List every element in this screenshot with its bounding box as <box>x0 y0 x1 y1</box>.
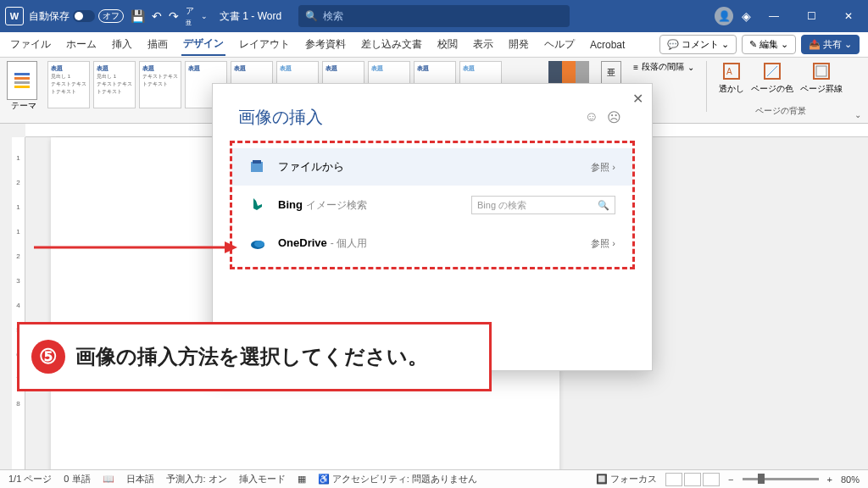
tab-design[interactable]: デザイン <box>181 33 225 56</box>
user-name[interactable] <box>659 10 706 23</box>
svg-marker-10 <box>225 241 237 253</box>
annotation-callout: ⑤ 画像の挿入方法を選択してください。 <box>17 322 492 391</box>
search-input[interactable]: 🔍 検索 <box>298 5 570 27</box>
share-button[interactable]: 📤 共有 ⌄ <box>801 35 860 54</box>
view-web-button[interactable] <box>703 473 720 486</box>
collapse-ribbon-icon[interactable]: ⌄ <box>854 110 861 119</box>
redo-icon[interactable]: ↷ <box>169 9 179 23</box>
autosave-state: オフ <box>98 9 124 23</box>
spacing-icon: ≡ <box>633 63 638 72</box>
option-onedrive[interactable]: OneDrive - 個人用 参照 › <box>232 225 632 262</box>
titlebar: W 自動保存 オフ 💾 ↶ ↷ ア亜 ⌄ 文書 1 - Word 🔍 検索 👤 … <box>0 0 868 32</box>
callout-text: 画像の挿入方法を選択してください。 <box>75 343 428 369</box>
paragraph-spacing-button[interactable]: ≡ 段落の間隔 ⌄ <box>633 61 694 73</box>
svg-rect-6 <box>253 160 261 164</box>
toggle-off-icon[interactable] <box>73 10 95 22</box>
page-color-button[interactable]: ページの色 <box>751 61 793 95</box>
zoom-in-button[interactable]: + <box>827 474 832 485</box>
bing-icon <box>249 197 266 214</box>
browse-action[interactable]: 参照 › <box>591 237 615 250</box>
sad-face-icon[interactable]: ☹ <box>607 109 621 125</box>
diamond-icon[interactable]: ◈ <box>742 9 751 23</box>
search-icon: 🔍 <box>305 10 318 22</box>
file-icon <box>249 158 266 175</box>
zoom-out-button[interactable]: − <box>728 474 733 485</box>
option-label: ファイルから <box>278 159 344 175</box>
close-button[interactable]: ✕ <box>834 0 863 32</box>
page-background-group-label: ページの背景 <box>719 105 843 117</box>
style-thumb[interactable]: 表題テキストテキストテキスト <box>139 61 181 108</box>
bing-placeholder: Bing の検索 <box>477 199 526 212</box>
tab-acrobat[interactable]: Acrobat <box>588 36 626 54</box>
annotation-arrow-icon <box>34 239 237 256</box>
theme-button[interactable] <box>7 61 37 100</box>
zoom-slider[interactable] <box>743 478 819 480</box>
chevron-right-icon: › <box>612 238 615 248</box>
option-from-file[interactable]: ファイルから 参照 › <box>232 148 632 186</box>
maximize-button[interactable]: ☐ <box>797 0 826 32</box>
insert-mode[interactable]: 挿入モード <box>239 473 286 485</box>
word-count[interactable]: 0 単語 <box>64 473 90 485</box>
vertical-ruler[interactable]: 121 123 456 78 <box>12 137 25 471</box>
dialog-close-button[interactable]: ✕ <box>632 91 643 107</box>
autosave-label: 自動保存 <box>29 9 70 24</box>
chevron-right-icon: › <box>612 162 615 172</box>
zoom-level[interactable]: 80% <box>841 474 860 485</box>
tab-file[interactable]: ファイル <box>8 34 53 55</box>
svg-text:A: A <box>726 67 732 76</box>
ribbon-tabs: ファイル ホーム 挿入 描画 デザイン レイアウト 参考資料 差し込み文書 校閲… <box>0 32 868 58</box>
tab-references[interactable]: 参考資料 <box>303 34 348 55</box>
save-icon[interactable]: 💾 <box>131 9 145 23</box>
tab-home[interactable]: ホーム <box>64 34 98 55</box>
view-buttons <box>665 473 720 486</box>
paragraph-spacing-label: 段落の間隔 <box>642 61 684 73</box>
option-label: OneDrive - 個人用 <box>278 236 367 251</box>
minimize-button[interactable]: — <box>760 0 788 32</box>
tab-help[interactable]: ヘルプ <box>542 34 576 55</box>
focus-mode[interactable]: 🔲 フォーカス <box>596 473 657 485</box>
tab-view[interactable]: 表示 <box>471 34 495 55</box>
svg-rect-4 <box>816 66 826 76</box>
style-thumb[interactable]: 表題見出し 1テキストテキストテキスト <box>93 61 136 108</box>
bing-search-input[interactable]: Bing の検索 🔍 <box>471 196 615 214</box>
comment-button[interactable]: 💬 コメント ⌄ <box>659 35 737 54</box>
quick-access-toolbar: 💾 ↶ ↷ ア亜 ⌄ <box>131 5 208 27</box>
search-icon: 🔍 <box>598 200 609 211</box>
page-indicator[interactable]: 1/1 ページ <box>8 473 52 485</box>
spellcheck-icon[interactable]: 📖 <box>103 474 114 485</box>
tab-insert[interactable]: 挿入 <box>110 34 134 55</box>
page-border-button[interactable]: ページ罫線 <box>800 61 843 95</box>
step-number-badge: ⑤ <box>31 340 65 374</box>
view-print-button[interactable] <box>684 473 701 486</box>
watermark-button[interactable]: A 透かし <box>719 61 744 95</box>
tab-mailings[interactable]: 差し込み文書 <box>359 34 424 55</box>
macro-icon[interactable]: ▦ <box>298 474 306 485</box>
language-indicator[interactable]: 日本語 <box>126 473 154 485</box>
browse-action[interactable]: 参照 › <box>591 161 615 174</box>
search-placeholder: 検索 <box>323 9 343 24</box>
option-bing[interactable]: Bing イメージ検索 Bing の検索 🔍 <box>232 186 632 225</box>
predict-input[interactable]: 予測入力: オン <box>166 473 227 485</box>
document-title: 文書 1 - Word <box>220 9 281 24</box>
theme-label: テーマ <box>7 100 41 112</box>
font-theme-button[interactable]: 亜 <box>601 61 621 85</box>
happy-face-icon[interactable]: ☺ <box>585 109 598 125</box>
undo-icon[interactable]: ↶ <box>152 9 162 23</box>
accessibility-status[interactable]: ♿ アクセシビリティ: 問題ありません <box>318 473 477 485</box>
edit-button[interactable]: ✎ 編集 ⌄ <box>742 35 796 54</box>
options-highlight: ファイルから 参照 › Bing イメージ検索 Bing の検索 🔍 OneDr… <box>230 141 635 269</box>
svg-point-8 <box>254 241 264 247</box>
tab-developer[interactable]: 開発 <box>507 34 531 55</box>
style-thumb[interactable]: 表題見出し 1テキストテキストテキスト <box>47 61 90 108</box>
autosave-toggle[interactable]: 自動保存 オフ <box>29 9 124 24</box>
option-label: Bing イメージ検索 <box>278 198 367 213</box>
view-read-button[interactable] <box>665 473 682 486</box>
tab-draw[interactable]: 描画 <box>146 34 170 55</box>
app-icon: W <box>5 7 24 25</box>
tab-layout[interactable]: レイアウト <box>237 34 292 55</box>
tab-review[interactable]: 校閲 <box>436 34 459 55</box>
statusbar: 1/1 ページ 0 単語 📖 日本語 予測入力: オン 挿入モード ▦ ♿ アク… <box>0 469 868 488</box>
user-avatar-icon[interactable]: 👤 <box>715 7 733 25</box>
qat-dropdown-icon[interactable]: ⌄ <box>201 12 208 20</box>
font-icon[interactable]: ア亜 <box>186 5 194 27</box>
